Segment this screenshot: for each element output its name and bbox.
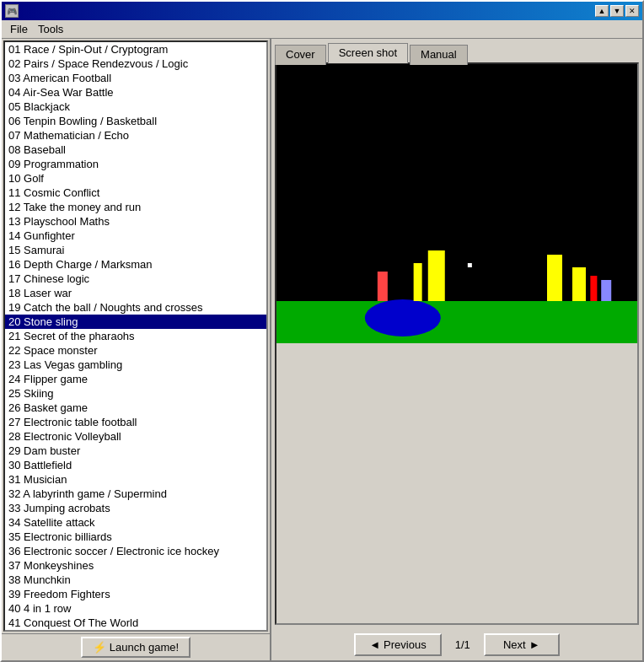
game-list-item[interactable]: 09 Programmation	[5, 157, 266, 171]
prev-arrow-icon: ◄	[369, 638, 380, 651]
game-list-item[interactable]: 01 Race / Spin-Out / Cryptogram	[5, 42, 266, 57]
tab-bar: Cover Screen shot Manual	[271, 39, 642, 62]
tab-screenshot[interactable]: Screen shot	[328, 43, 408, 63]
menu-bar: File Tools	[2, 20, 642, 39]
launch-bar: ⚡ Launch game!	[2, 633, 270, 660]
game-list-item[interactable]: 31 Musician	[5, 472, 266, 487]
previous-label: Previous	[384, 638, 427, 651]
game-list-item[interactable]: 05 Blackjack	[5, 100, 266, 114]
game-list-item[interactable]: 35 Electronic billiards	[5, 530, 266, 544]
page-indicator: 1/1	[448, 638, 477, 651]
launch-button[interactable]: ⚡ Launch game!	[81, 637, 191, 658]
menu-file[interactable]: File	[5, 21, 33, 37]
game-list-item[interactable]: 40 4 in 1 row	[5, 601, 266, 616]
game-list-container: 01 Race / Spin-Out / Cryptogram02 Pairs …	[3, 40, 268, 632]
game-list-item[interactable]: 29 Dam buster	[5, 444, 266, 458]
title-buttons: ▲ ▼ ✕	[595, 5, 639, 17]
game-list-item[interactable]: 18 Laser war	[5, 286, 266, 300]
game-list-item[interactable]: 11 Cosmic Conflict	[5, 186, 266, 200]
game-list-item[interactable]: 06 Tenpin Bowling / Basketball	[5, 114, 266, 128]
game-list-item[interactable]: 25 Skiing	[5, 386, 266, 401]
game-list-item[interactable]: 38 Munchkin	[5, 573, 266, 587]
game-list-item[interactable]: 26 Basket game	[5, 401, 266, 415]
game-list-item[interactable]: 37 Monkeyshines	[5, 558, 266, 573]
tab-manual[interactable]: Manual	[410, 45, 468, 65]
game-list-item[interactable]: 13 Playschool Maths	[5, 214, 266, 229]
game-list-item[interactable]: 36 Electronic soccer / Electronic ice ho…	[5, 544, 266, 558]
close-button[interactable]: ✕	[625, 5, 639, 17]
game-list-item[interactable]: 19 Catch the ball / Noughts and crosses	[5, 300, 266, 315]
minimize-button[interactable]: ▲	[595, 5, 609, 17]
game-list-item[interactable]: 27 Electronic table football	[5, 415, 266, 429]
next-label: Next	[503, 638, 526, 651]
game-list-item[interactable]: 16 Depth Charge / Marksman	[5, 257, 266, 272]
game-list-item[interactable]: 41 Conquest Of The World	[5, 616, 266, 630]
game-list-item[interactable]: 34 Satellite attack	[5, 515, 266, 530]
game-list-item[interactable]: 14 Gunfighter	[5, 229, 266, 243]
game-list-item[interactable]: 03 American Football	[5, 71, 266, 85]
main-content: 01 Race / Spin-Out / Cryptogram02 Pairs …	[2, 39, 642, 660]
nav-bar: ◄ Previous 1/1 Next ►	[271, 628, 642, 660]
game-list-item[interactable]: 20 Stone sling	[5, 315, 266, 329]
previous-button[interactable]: ◄ Previous	[354, 633, 441, 656]
game-list-item[interactable]: 33 Jumping acrobats	[5, 501, 266, 515]
game-list-item[interactable]: 15 Samurai	[5, 243, 266, 257]
maximize-button[interactable]: ▼	[610, 5, 624, 17]
launch-icon: ⚡	[93, 641, 106, 654]
screenshot-canvas	[276, 64, 637, 623]
title-bar-text: 🎮	[5, 4, 19, 18]
menu-tools[interactable]: Tools	[33, 21, 68, 37]
game-list-item[interactable]: 28 Electronic Volleyball	[5, 429, 266, 444]
next-button[interactable]: Next ►	[484, 633, 560, 656]
game-list-item[interactable]: 12 Take the money and run	[5, 200, 266, 214]
main-window: 🎮 ▲ ▼ ✕ File Tools 01 Race / Spin-Out / …	[0, 0, 644, 662]
launch-label: Launch game!	[110, 641, 179, 654]
image-area	[275, 62, 639, 625]
title-bar: 🎮 ▲ ▼ ✕	[2, 2, 642, 20]
game-list-item[interactable]: 24 Flipper game	[5, 372, 266, 386]
tab-cover[interactable]: Cover	[275, 45, 326, 65]
game-list-item[interactable]: 02 Pairs / Space Rendezvous / Logic	[5, 57, 266, 71]
game-list-item[interactable]: 23 Las Vegas gambling	[5, 358, 266, 372]
game-list[interactable]: 01 Race / Spin-Out / Cryptogram02 Pairs …	[5, 42, 266, 630]
game-list-item[interactable]: 08 Baseball	[5, 143, 266, 157]
game-list-item[interactable]: 04 Air-Sea War Battle	[5, 85, 266, 100]
game-list-item[interactable]: 10 Golf	[5, 171, 266, 186]
game-list-item[interactable]: 39 Freedom Fighters	[5, 587, 266, 601]
game-list-item[interactable]: 17 Chinese logic	[5, 272, 266, 286]
game-list-item[interactable]: 07 Mathematician / Echo	[5, 128, 266, 143]
game-list-item[interactable]: 32 A labyrinth game / Supermind	[5, 487, 266, 501]
game-list-item[interactable]: 22 Space monster	[5, 343, 266, 358]
right-panel: Cover Screen shot Manual ◄ Previous 1/1 …	[271, 39, 642, 660]
game-list-item[interactable]: 30 Battlefield	[5, 458, 266, 472]
left-panel: 01 Race / Spin-Out / Cryptogram02 Pairs …	[2, 39, 271, 660]
next-arrow-icon: ►	[529, 638, 540, 651]
window-icon: 🎮	[5, 4, 19, 18]
game-list-item[interactable]: 21 Secret of the pharaohs	[5, 329, 266, 343]
